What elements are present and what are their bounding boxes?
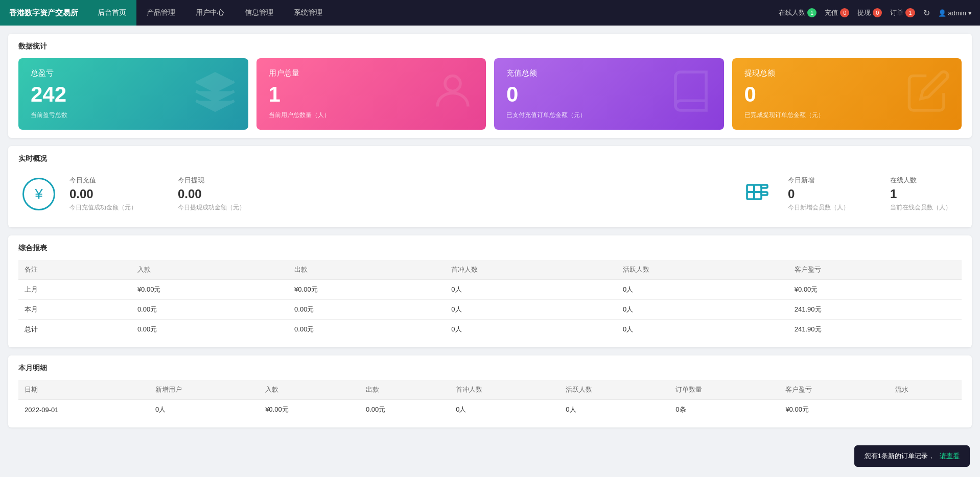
col-deposit: 入款 <box>131 260 288 280</box>
recharge-badge: 0 <box>840 8 849 17</box>
recharge-item[interactable]: 充值 0 <box>825 8 849 17</box>
detail-title: 本月明细 <box>18 364 962 373</box>
row0-deposit: ¥0.00元 <box>131 280 288 300</box>
row2-deposit: 0.00元 <box>131 320 288 340</box>
dcol-orders: 订单数量 <box>669 380 779 400</box>
nav-brand: 香港数字资产交易所 <box>0 0 87 26</box>
row2-first-charge: 0人 <box>445 320 617 340</box>
dcol-flow: 流水 <box>889 380 962 400</box>
dcol-active: 活跃人数 <box>559 380 669 400</box>
nav-item-info[interactable]: 信息管理 <box>235 0 284 26</box>
filter-icon <box>741 178 774 210</box>
book-icon <box>668 68 714 120</box>
row1-first-charge: 0人 <box>445 300 617 320</box>
svg-point-0 <box>445 76 460 91</box>
realtime-content: ¥ 今日充值 0.00 今日充值成功金额（元） 今日提现 0.00 今日提现成功… <box>18 171 962 217</box>
detail-table: 日期 新增用户 入款 出款 首冲人数 活跃人数 订单数量 客户盈亏 流水 202… <box>18 380 962 419</box>
nav-items: 后台首页 产品管理 用户中心 信息管理 系统管理 <box>87 0 779 26</box>
row0-withdraw: ¥0.00元 <box>288 280 445 300</box>
user-icon <box>430 68 476 120</box>
dcol-withdraw: 出款 <box>360 380 450 400</box>
refresh-icon[interactable]: ↻ <box>923 8 930 18</box>
today-withdraw-desc: 今日提现成功金额（元） <box>178 203 245 212</box>
row0-active: 0人 <box>617 280 788 300</box>
grid-icon-block <box>737 174 778 214</box>
nav-item-system[interactable]: 系统管理 <box>284 0 333 26</box>
online-stat-value: 1 <box>890 187 951 201</box>
dcol-profit: 客户盈亏 <box>779 380 889 400</box>
admin-label: admin <box>948 9 966 17</box>
svg-rect-2 <box>754 185 761 192</box>
stat-card-users: 用户总量 1 当前用户总数量（人） <box>256 58 486 130</box>
stats-section-title: 数据统计 <box>18 42 962 51</box>
layers-icon <box>192 68 238 120</box>
svg-rect-4 <box>754 192 761 199</box>
today-withdraw-label: 今日提现 <box>178 176 245 185</box>
drow0-first-charge: 0人 <box>450 400 559 420</box>
realtime-section: 实时概况 ¥ 今日充值 0.00 今日充值成功金额（元） 今日提现 0.00 今… <box>8 146 972 227</box>
navbar: 香港数字资产交易所 后台首页 产品管理 用户中心 信息管理 系统管理 在线人数 … <box>0 0 980 26</box>
report-table: 备注 入款 出款 首冲人数 活跃人数 客户盈亏 上月 ¥0.00元 ¥0.00元… <box>18 260 962 339</box>
online-stat-label: 在线人数 <box>890 176 951 185</box>
row0-profit: ¥0.00元 <box>788 280 962 300</box>
nav-item-home[interactable]: 后台首页 <box>87 0 136 26</box>
recharge-label: 充值 <box>825 8 838 17</box>
detail-section: 本月明细 日期 新增用户 入款 出款 首冲人数 活跃人数 订单数量 客户盈亏 流… <box>8 355 972 427</box>
row1-withdraw: 0.00元 <box>288 300 445 320</box>
report-section: 综合报表 备注 入款 出款 首冲人数 活跃人数 客户盈亏 上月 ¥0.00元 ¥… <box>8 235 972 347</box>
table-row: 总计 0.00元 0.00元 0人 0人 241.90元 <box>18 320 962 340</box>
nav-label-products: 产品管理 <box>147 8 175 17</box>
svg-rect-5 <box>761 185 767 188</box>
row1-deposit: 0.00元 <box>131 300 288 320</box>
online-count-item[interactable]: 在线人数 1 <box>779 8 816 17</box>
today-recharge-label: 今日充值 <box>69 176 137 185</box>
drow0-new-users: 0人 <box>149 400 259 420</box>
withdraw-label: 提现 <box>857 8 871 17</box>
nav-item-users[interactable]: 用户中心 <box>185 0 235 26</box>
drow0-date: 2022-09-01 <box>18 400 149 420</box>
svg-rect-1 <box>747 185 754 192</box>
nav-label-info: 信息管理 <box>245 8 273 17</box>
report-thead: 备注 入款 出款 首冲人数 活跃人数 客户盈亏 <box>18 260 962 280</box>
table-row: 上月 ¥0.00元 ¥0.00元 0人 0人 ¥0.00元 <box>18 280 962 300</box>
order-label: 订单 <box>890 8 903 17</box>
report-tbody: 上月 ¥0.00元 ¥0.00元 0人 0人 ¥0.00元 本月 0.00元 0… <box>18 280 962 340</box>
nav-label-users: 用户中心 <box>196 8 224 17</box>
detail-thead: 日期 新增用户 入款 出款 首冲人数 活跃人数 订单数量 客户盈亏 流水 <box>18 380 962 400</box>
yuan-icon: ¥ <box>22 178 55 210</box>
row2-withdraw: 0.00元 <box>288 320 445 340</box>
order-item[interactable]: 订单 1 <box>890 8 915 17</box>
row2-label: 总计 <box>18 320 131 340</box>
today-new-desc: 今日新增会员数（人） <box>788 203 849 212</box>
row2-active: 0人 <box>617 320 788 340</box>
dcol-first-charge: 首冲人数 <box>450 380 559 400</box>
row0-first-charge: 0人 <box>445 280 617 300</box>
detail-tbody: 2022-09-01 0人 ¥0.00元 0.00元 0人 0人 0条 ¥0.0… <box>18 400 962 420</box>
dcol-date: 日期 <box>18 380 149 400</box>
stat-card-recharge: 充值总额 0 已支付充值订单总金额（元） <box>494 58 724 130</box>
today-recharge-desc: 今日充值成功金额（元） <box>69 203 137 212</box>
admin-user[interactable]: 👤 admin ▾ <box>938 9 972 17</box>
col-first-charge: 首冲人数 <box>445 260 617 280</box>
row1-profit: 241.90元 <box>788 300 962 320</box>
nav-item-products[interactable]: 产品管理 <box>136 0 185 26</box>
drow0-deposit: ¥0.00元 <box>259 400 360 420</box>
row0-label: 上月 <box>18 280 131 300</box>
stat-cards-grid: 总盈亏 242 当前盈亏总数 用户总量 1 当前用户总数量（人） <box>18 58 962 130</box>
drow0-profit: ¥0.00元 <box>779 400 889 420</box>
nav-label-home: 后台首页 <box>98 8 126 17</box>
row1-label: 本月 <box>18 300 131 320</box>
col-profit: 客户盈亏 <box>788 260 962 280</box>
col-active: 活跃人数 <box>617 260 788 280</box>
nav-label-system: 系统管理 <box>294 8 322 17</box>
svg-rect-3 <box>747 192 754 199</box>
row1-active: 0人 <box>617 300 788 320</box>
drow0-orders: 0条 <box>669 400 779 420</box>
dcol-new-users: 新增用户 <box>149 380 259 400</box>
row2-profit: 241.90元 <box>788 320 962 340</box>
drow0-flow <box>889 400 962 420</box>
today-recharge-stat: 今日充值 0.00 今日充值成功金额（元） <box>59 171 147 217</box>
detail-header-row: 日期 新增用户 入款 出款 首冲人数 活跃人数 订单数量 客户盈亏 流水 <box>18 380 962 400</box>
order-badge: 1 <box>905 8 915 17</box>
withdraw-item[interactable]: 提现 0 <box>857 8 882 17</box>
